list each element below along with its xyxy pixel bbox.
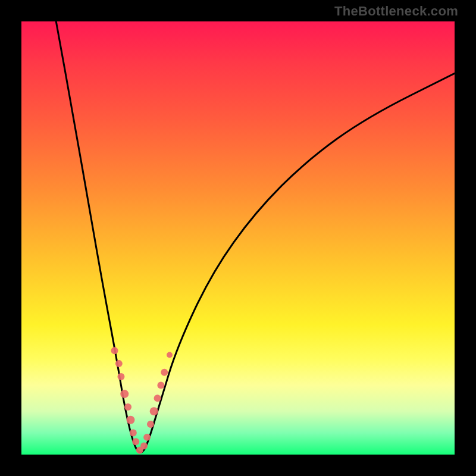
scatter-point — [120, 390, 129, 398]
scatter-point — [157, 382, 164, 389]
scatter-point — [154, 394, 161, 402]
scatter-point — [115, 360, 123, 367]
scatter-point — [140, 442, 148, 449]
scatter-point — [161, 369, 168, 376]
scatter-points — [111, 347, 173, 453]
chart-svg-layer — [0, 0, 476, 476]
scatter-point — [111, 347, 118, 354]
scatter-point — [126, 416, 134, 424]
scatter-point — [130, 430, 137, 437]
scatter-point — [147, 421, 154, 428]
scatter-point — [117, 373, 124, 380]
scatter-point — [167, 352, 173, 358]
scatter-point — [124, 403, 131, 411]
scatter-point — [132, 438, 139, 445]
bottleneck-curve — [56, 21, 455, 452]
scatter-point — [150, 407, 158, 415]
curve-path — [56, 21, 455, 452]
scatter-point — [143, 434, 151, 441]
